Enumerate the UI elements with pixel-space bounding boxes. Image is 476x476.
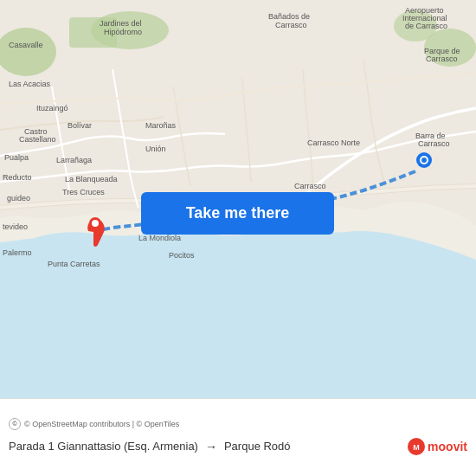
svg-text:Maroñas: Maroñas <box>145 121 177 130</box>
svg-text:Carrasco: Carrasco <box>418 139 450 148</box>
svg-text:Jardines del: Jardines del <box>100 19 142 28</box>
svg-text:Carrasco: Carrasco <box>275 21 307 29</box>
svg-text:Bañados de: Bañados de <box>268 12 310 21</box>
svg-text:de Carrasco: de Carrasco <box>405 22 447 30</box>
svg-text:Palermo: Palermo <box>3 248 32 257</box>
svg-text:Unión: Unión <box>145 145 166 153</box>
svg-text:Pualpa: Pualpa <box>4 153 29 162</box>
svg-text:Las Acacias: Las Acacias <box>9 80 51 88</box>
svg-text:Larrañaga: Larrañaga <box>56 156 92 164</box>
svg-text:Casavalle: Casavalle <box>9 41 43 49</box>
attribution: © © OpenStreetMap contributors | © OpenT… <box>0 415 476 432</box>
moovit-icon: M <box>407 437 426 456</box>
attribution-text: © OpenStreetMap contributors | © OpenTil… <box>24 420 179 428</box>
route-row: Parada 1 Giannattasio (Esq. Armenia) → P… <box>0 432 476 461</box>
osm-logo: © <box>9 418 21 430</box>
svg-text:tevideo: tevideo <box>3 222 28 231</box>
svg-text:Carrasco: Carrasco <box>294 182 326 190</box>
svg-text:guideo: guideo <box>7 194 30 203</box>
map-container: Casavalle Jardines del Hipódromo Bañados… <box>0 0 476 398</box>
svg-text:Castellano: Castellano <box>19 135 56 144</box>
arrow-right-icon: → <box>205 440 217 453</box>
svg-text:Pocitos: Pocitos <box>169 251 195 260</box>
svg-text:La Mondiola: La Mondiola <box>138 234 181 242</box>
svg-text:Hipódromo: Hipódromo <box>104 28 142 36</box>
svg-text:Ituzaingó: Ituzaingó <box>36 104 68 113</box>
svg-text:Carrasco: Carrasco <box>426 55 458 63</box>
destination-label: Parque Rodó <box>224 440 291 453</box>
take-me-there-button[interactable]: Take me there <box>141 192 334 235</box>
moovit-name: moovit <box>428 440 467 453</box>
svg-text:Punta Carretas: Punta Carretas <box>48 260 100 268</box>
svg-text:La Blanqueada: La Blanqueada <box>65 175 118 183</box>
moovit-logo: M moovit <box>407 437 467 456</box>
svg-point-40 <box>421 158 427 163</box>
svg-text:Reducto: Reducto <box>3 173 32 182</box>
footer: © © OpenStreetMap contributors | © OpenT… <box>0 398 476 476</box>
svg-text:Tres Cruces: Tres Cruces <box>62 188 105 196</box>
svg-text:M: M <box>413 443 420 452</box>
svg-text:Bolívar: Bolívar <box>68 121 92 130</box>
svg-point-42 <box>92 220 99 227</box>
svg-text:Carrasco Norte: Carrasco Norte <box>307 138 360 147</box>
origin-label: Parada 1 Giannattasio (Esq. Armenia) <box>9 440 198 453</box>
